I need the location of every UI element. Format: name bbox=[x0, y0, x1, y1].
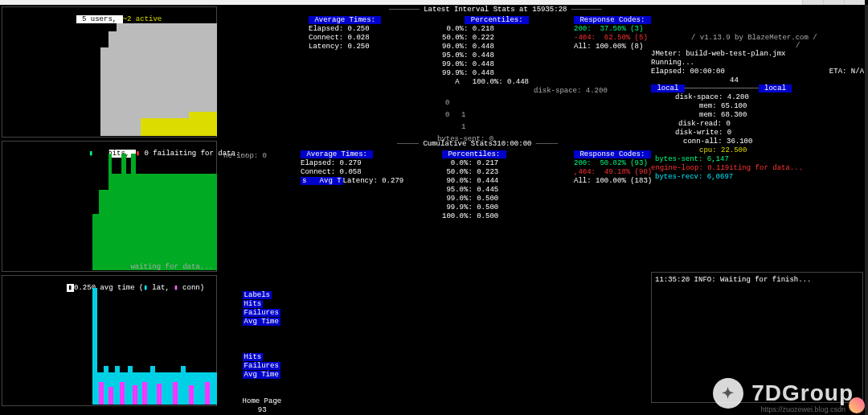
c-rc200: 200: 50.82% (93) bbox=[574, 159, 652, 168]
disk-space: disk-space: 4.200 bbox=[534, 87, 608, 96]
sh-fail: Failures bbox=[243, 362, 280, 370]
r0-label: Home Page bbox=[243, 397, 331, 406]
loc-conn: conn-all: 36.100 bbox=[651, 138, 803, 146]
log-line: 11:35:20 INFO: Waiting for finish... bbox=[652, 273, 862, 288]
time-chart bbox=[92, 284, 217, 405]
rc-200: 200: 37.50% (3) bbox=[574, 25, 651, 34]
cp-99: 99.0%: 0.500 bbox=[442, 195, 506, 203]
table-row: Home Page 93 0.00% 0.233 bbox=[225, 388, 646, 415]
cumul-title: Cumulative Stats310:00:00 bbox=[419, 140, 536, 148]
c-avgt-prefix: s Avg T bbox=[301, 177, 343, 185]
version-label: v1.13.9 by BlazeMeter.com bbox=[700, 34, 809, 42]
local-badge-left: local bbox=[651, 84, 685, 92]
watermark-text: 7DGroup bbox=[751, 380, 854, 406]
pct-0: 0.0%: 0.218 bbox=[442, 25, 529, 34]
c-elapsed: Elapsed: 0.279 bbox=[301, 159, 403, 168]
min-button[interactable] bbox=[802, 0, 823, 5]
window-title-bar bbox=[0, 0, 865, 5]
c-rcall: All: 100.00% (183) bbox=[574, 177, 652, 186]
c-connect: Connect: 0.058 bbox=[301, 168, 403, 177]
users-panel: 5 users, ~2 active bbox=[2, 6, 217, 138]
c-rc-h: Response Codes: bbox=[574, 150, 651, 158]
loc-diskr: disk-read: 0 bbox=[651, 120, 803, 129]
loc-diskw: disk-write: 0 bbox=[651, 129, 803, 138]
th-hits: Hits bbox=[243, 300, 264, 308]
zero-1: 0 bbox=[445, 111, 449, 120]
avg-elapsed: Elapsed: 0.250 bbox=[309, 25, 381, 34]
users-chart bbox=[92, 15, 217, 136]
scrollbar[interactable] bbox=[865, 5, 868, 415]
cumulative-panel: ───── Cumulative Stats310:00:00 ───── ne… bbox=[220, 141, 646, 272]
pct-100: A 100.0%: 0.448 bbox=[442, 78, 529, 87]
avg-times-header: Average Times: bbox=[309, 16, 381, 24]
pct-50: 50.0%: 0.222 bbox=[442, 34, 529, 43]
cp-100: 100.0%: 0.500 bbox=[442, 212, 506, 221]
waiting-label: waiting for data... bbox=[130, 263, 213, 272]
pct-999: 99.9%: 0.448 bbox=[442, 69, 529, 78]
url-watermark: https://zuozewei.blog.csdn bbox=[760, 405, 845, 413]
zero-0: 0 bbox=[445, 99, 449, 108]
sh-hits: Hits bbox=[243, 353, 264, 361]
jmeter-line: JMeter: build-web-test-plan.jmx bbox=[651, 50, 785, 59]
cp-90: 90.0%: 0.444 bbox=[442, 177, 506, 186]
cp-999: 99.9%: 0.500 bbox=[442, 203, 506, 212]
eta: ETA: N/A bbox=[829, 68, 864, 76]
local-badge-right: local bbox=[759, 84, 792, 92]
ne-loop: ne-loop: 0 bbox=[223, 152, 267, 161]
elapsed: Elapsed: 00:00:00 bbox=[651, 68, 725, 76]
pct-99: 99.0%: 0.448 bbox=[442, 60, 529, 69]
cp-0: 0.0%: 0.217 bbox=[442, 159, 506, 168]
th-fail: Failures bbox=[243, 309, 280, 317]
r0-hits: 93 bbox=[243, 406, 267, 415]
pct-95: 95.0%: 0.448 bbox=[442, 51, 529, 60]
rc-all: All: 100.00% (8) bbox=[574, 43, 651, 51]
pct-header: Percentiles: bbox=[465, 16, 529, 24]
loc-brecv: bytes-recv: 6,0697 bbox=[651, 173, 803, 182]
avg-connect: Connect: 0.028 bbox=[309, 34, 381, 43]
cp-95: 95.0%: 0.445 bbox=[442, 186, 506, 195]
zero-3: 1 bbox=[461, 123, 465, 132]
sh-avg: Avg Time bbox=[243, 371, 280, 379]
hits-chart bbox=[92, 150, 217, 270]
rc-404: -404: 62.50% (5) bbox=[574, 34, 651, 43]
close-button[interactable] bbox=[844, 0, 865, 5]
loc-mem2: mem: 68.300 bbox=[651, 111, 803, 120]
max-button[interactable] bbox=[823, 0, 844, 5]
th-labels: Labels bbox=[243, 291, 272, 299]
cp-50: 50.0%: 0.223 bbox=[442, 168, 506, 177]
time-panel: ▮0.250 avg time (▮ lat, ▮ conn) bbox=[2, 275, 217, 406]
pct-90: 90.0%: 0.448 bbox=[442, 43, 529, 51]
loc-disk: disk-space: 4.200 bbox=[651, 93, 803, 102]
latest-interval-panel: ─────── Latest Interval Stats at 15935:2… bbox=[220, 6, 646, 138]
hits-panel: ▮01 hits, ▮ 0 failaiting for data... wai… bbox=[2, 141, 217, 272]
zero-2: 1 bbox=[461, 111, 465, 120]
th-avg: Avg Time bbox=[243, 318, 280, 326]
loc-cpu: cpu: 22.500 bbox=[651, 146, 803, 155]
avatar bbox=[849, 397, 865, 413]
c-rc404: ,404: 49.18% (90) bbox=[574, 168, 652, 177]
c-avg-h: Average Times: bbox=[301, 150, 373, 158]
latest-title: Latest Interval Stats at 15935:28 bbox=[420, 6, 571, 14]
c-latency: Latency: 0.279 bbox=[343, 177, 404, 185]
avg-latency: Latency: 0.250 bbox=[309, 43, 381, 51]
rc-header: Response Codes: bbox=[574, 16, 651, 24]
wechat-icon: ✦ bbox=[713, 378, 743, 409]
loc-bsent: bytes-sent: 6,147 bbox=[651, 155, 803, 164]
watermark: ✦ 7DGroup bbox=[713, 378, 854, 409]
labels-table-panel: Labels Hits Failures Avg Time Hits Failu… bbox=[225, 273, 646, 415]
loc-engine: engine-loop: 0.119iting for data... bbox=[651, 164, 803, 173]
c-pct-h: Percentiles: bbox=[442, 150, 506, 158]
running: Running... bbox=[651, 59, 694, 68]
loc-mem1: mem: 65.100 bbox=[651, 102, 803, 111]
